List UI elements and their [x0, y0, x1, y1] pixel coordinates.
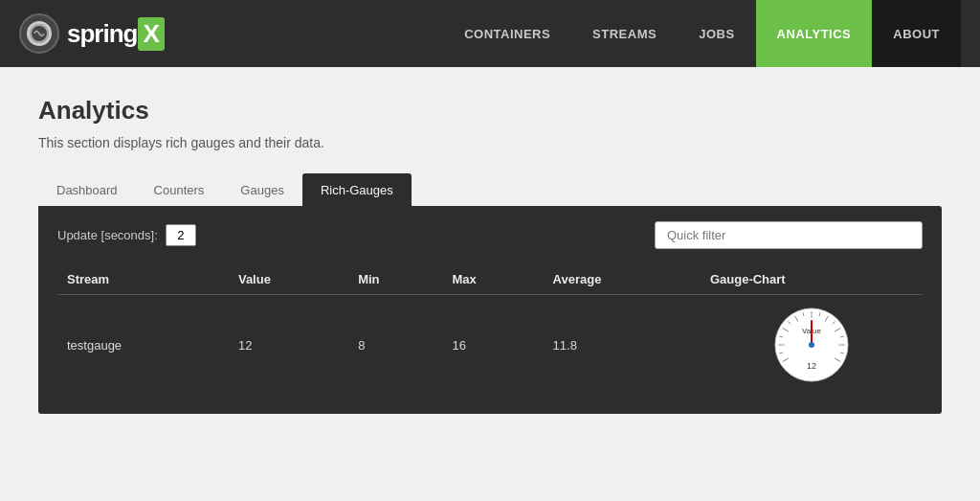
svg-text:12: 12: [807, 361, 816, 371]
table-row: testgauge 12 8 16 11.8: [57, 295, 923, 396]
tab-counters[interactable]: Counters: [136, 173, 223, 206]
update-label: Update [seconds]:: [57, 228, 158, 242]
page-title: Analytics: [38, 96, 942, 125]
gauge-svg: Value 12: [773, 307, 850, 383]
cell-min: 8: [348, 295, 442, 396]
col-max: Max: [443, 264, 544, 295]
svg-point-0: [31, 25, 48, 42]
table-body: testgauge 12 8 16 11.8: [57, 295, 923, 396]
logo-text: spring: [67, 19, 137, 49]
col-gauge-chart: Gauge-Chart: [701, 264, 923, 295]
cell-gauge-chart: Value 12: [701, 295, 923, 396]
main-content: Analytics This section displays rich gau…: [0, 67, 980, 443]
logo-x: X: [138, 17, 164, 51]
cell-stream: testgauge: [57, 295, 229, 396]
main-nav: springX CONTAINERS STREAMS JOBS ANALYTIC…: [0, 0, 980, 67]
cell-value: 12: [229, 295, 348, 396]
gauge-chart: Value 12: [710, 307, 913, 383]
table-container: Update [seconds]: Stream Value Min Max A…: [38, 206, 942, 414]
nav-about[interactable]: ABOUT: [872, 0, 961, 67]
page-subtitle: This section displays rich gauges and th…: [38, 135, 942, 150]
col-min: Min: [348, 264, 442, 295]
table-toolbar: Update [seconds]:: [57, 221, 923, 249]
nav-analytics[interactable]: ANALYTICS: [756, 0, 873, 67]
tab-bar: Dashboard Counters Gauges Rich-Gauges: [38, 173, 942, 206]
col-value: Value: [229, 264, 348, 295]
tab-rich-gauges[interactable]: Rich-Gauges: [302, 173, 412, 206]
nav-links: CONTAINERS STREAMS JOBS ANALYTICS ABOUT: [443, 0, 961, 67]
nav-streams[interactable]: STREAMS: [571, 0, 678, 67]
tab-gauges[interactable]: Gauges: [222, 173, 302, 206]
cell-average: 11.8: [544, 295, 701, 396]
nav-jobs[interactable]: JOBS: [678, 0, 755, 67]
cell-max: 16: [443, 295, 544, 396]
svg-point-21: [809, 342, 814, 348]
tab-dashboard[interactable]: Dashboard: [38, 173, 136, 206]
update-input[interactable]: [166, 224, 196, 246]
quick-filter-input[interactable]: [655, 221, 923, 249]
col-stream: Stream: [57, 264, 229, 295]
logo: springX: [19, 13, 165, 54]
nav-containers[interactable]: CONTAINERS: [443, 0, 571, 67]
col-average: Average: [544, 264, 701, 295]
data-table: Stream Value Min Max Average Gauge-Chart…: [57, 264, 923, 395]
logo-icon: [19, 13, 59, 54]
table-header: Stream Value Min Max Average Gauge-Chart: [57, 264, 923, 295]
